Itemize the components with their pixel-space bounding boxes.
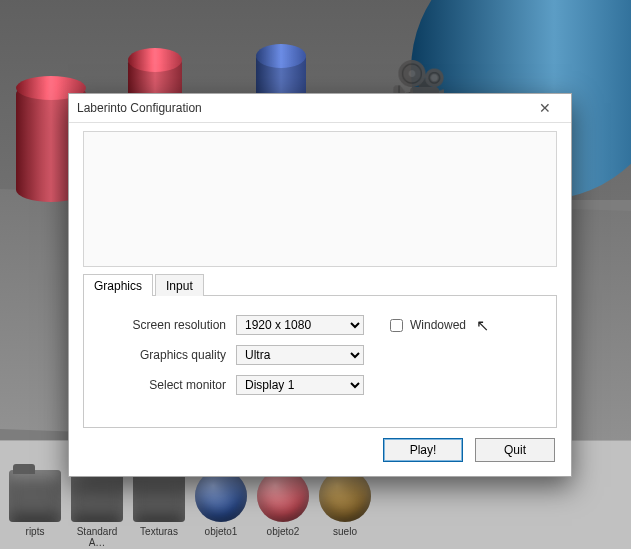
folder-icon [71,470,123,522]
resolution-select[interactable]: 1920 x 1080 [236,315,364,335]
config-dialog: Laberinto Configuration ✕ Graphics Input… [68,93,572,477]
tab-graphics[interactable]: Graphics [83,274,153,296]
resolution-label: Screen resolution [106,318,236,332]
windowed-checkbox[interactable]: Windowed [386,316,466,335]
quality-select[interactable]: Ultra [236,345,364,365]
asset-label: objeto2 [256,526,310,537]
asset-folder[interactable]: Standard A… [70,470,124,545]
row-monitor: Select monitor Display 1 [106,372,534,398]
quit-button[interactable]: Quit [475,438,555,462]
asset-material[interactable]: suelo [318,470,372,545]
play-button[interactable]: Play! [383,438,463,462]
windowed-input[interactable] [390,319,403,332]
dialog-button-row: Play! Quit [69,428,571,476]
asset-label: suelo [318,526,372,537]
row-quality: Graphics quality Ultra [106,342,534,368]
tab-body-graphics: Screen resolution 1920 x 1080 Windowed ↖… [83,296,557,428]
dialog-titlebar[interactable]: Laberinto Configuration ✕ [69,94,571,123]
monitor-select[interactable]: Display 1 [236,375,364,395]
folder-icon [133,470,185,522]
material-icon [257,470,309,522]
asset-material[interactable]: objeto1 [194,470,248,545]
windowed-label: Windowed [410,318,466,332]
asset-label: Standard A… [70,526,124,548]
asset-folder[interactable]: ripts [8,470,62,545]
mouse-cursor-icon: ↖ [476,316,489,335]
row-resolution: Screen resolution 1920 x 1080 Windowed ↖ [106,312,534,338]
dialog-banner [83,131,557,267]
monitor-label: Select monitor [106,378,236,392]
asset-label: objeto1 [194,526,248,537]
dialog-title: Laberinto Configuration [77,101,521,115]
asset-material[interactable]: objeto2 [256,470,310,545]
asset-folder[interactable]: Texturas [132,470,186,545]
folder-icon [9,470,61,522]
tab-strip: Graphics Input [83,273,557,296]
asset-label: Texturas [132,526,186,537]
material-icon [195,470,247,522]
quality-label: Graphics quality [106,348,236,362]
close-icon[interactable]: ✕ [527,100,563,116]
asset-label: ripts [8,526,62,537]
tab-input[interactable]: Input [155,274,204,296]
material-icon [319,470,371,522]
